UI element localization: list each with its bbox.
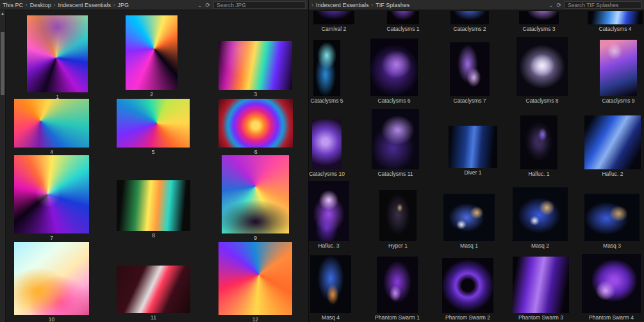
- thumbnail-art: [379, 190, 417, 241]
- file-item-jpg-11[interactable]: 11: [117, 266, 190, 321]
- thumbnail-art: [582, 254, 641, 313]
- thumbnail: [513, 187, 568, 241]
- thumbnail: [117, 99, 190, 148]
- left-scrollbar[interactable]: ▲: [0, 10, 6, 322]
- thumbnail-art: [222, 155, 289, 233]
- thumbnail-art: [126, 15, 178, 90]
- scroll-up-icon[interactable]: ▲: [0, 10, 5, 17]
- breadcrumb-item-jpg[interactable]: JPG: [118, 2, 129, 8]
- file-item-masq-1[interactable]: Masq 1: [443, 194, 495, 249]
- thumbnail: [14, 155, 89, 233]
- thumbnail: [312, 119, 342, 169]
- thumbnail-art: [449, 126, 497, 168]
- file-item-cataclysms-6[interactable]: Cataclysms 6: [370, 38, 418, 104]
- file-label: Cataclysms 6: [377, 97, 410, 104]
- breadcrumb-item-tif-splashes[interactable]: TIF Splashes: [376, 2, 409, 8]
- file-item-halluc-3[interactable]: Halluc. 3: [308, 181, 349, 249]
- thumbnail: [126, 15, 178, 90]
- file-item-cataclysms-9[interactable]: Cataclysms 9: [600, 40, 637, 104]
- thumbnail: [219, 99, 293, 148]
- file-item-phantom-swarm-2[interactable]: Phantom Swarm 2: [442, 258, 493, 321]
- file-item-cataclysms-10[interactable]: Cataclysms 10: [312, 119, 342, 177]
- thumbnail-art: [513, 187, 568, 241]
- breadcrumb-item-desktop[interactable]: Desktop: [30, 2, 51, 8]
- file-item-cataclysms-1[interactable]: Cataclysms 1: [387, 11, 419, 32]
- thumbnail: [443, 194, 495, 241]
- breadcrumb-chevron-icon: ›: [311, 2, 313, 8]
- file-item-jpg-3[interactable]: 3: [219, 41, 292, 97]
- refresh-icon[interactable]: ⟳: [556, 2, 561, 8]
- file-item-jpg-10[interactable]: 10: [14, 242, 89, 322]
- file-item-cataclysms-8[interactable]: Cataclysms 8: [516, 37, 568, 104]
- file-item-jpg-12[interactable]: 12: [219, 242, 292, 322]
- file-item-jpg-9[interactable]: 9: [222, 155, 289, 241]
- file-item-jpg-7[interactable]: 7: [14, 155, 89, 241]
- file-item-jpg-1[interactable]: 1: [27, 15, 88, 100]
- file-label: 2: [150, 91, 153, 97]
- file-label: Masq 3: [603, 242, 621, 249]
- thumbnail-art: [442, 258, 493, 313]
- thumbnail: [27, 15, 88, 92]
- file-item-cataclysms-5[interactable]: Cataclysms 5: [313, 40, 340, 104]
- chevron-down-icon[interactable]: ⌄: [549, 2, 554, 8]
- file-item-halluc-2[interactable]: Halluc. 2: [584, 115, 641, 177]
- thumbnail: [313, 11, 354, 24]
- file-label: Hyper 1: [388, 242, 408, 249]
- file-item-cataclysms-3[interactable]: Cataclysms 3: [519, 11, 559, 32]
- file-label: Cataclysms 2: [453, 26, 486, 32]
- chevron-down-icon[interactable]: ⌄: [197, 2, 202, 8]
- file-label: Cataclysms 3: [522, 26, 555, 32]
- file-label: Cataclysms 1: [386, 26, 419, 32]
- thumbnail-art: [313, 11, 354, 24]
- thumbnail: [449, 126, 497, 168]
- thumbnail: [372, 109, 419, 169]
- file-item-phantom-swarm-1[interactable]: Phantom Swarm 1: [377, 257, 418, 321]
- thumbnail-art: [14, 99, 89, 148]
- breadcrumb-item-iridescent-essentials[interactable]: Iridescent Essentials: [316, 2, 369, 8]
- file-item-diver-1[interactable]: Diver 1: [449, 126, 497, 176]
- file-item-cataclysms-11[interactable]: Cataclysms 11: [372, 109, 419, 177]
- thumbnail: [582, 254, 641, 313]
- thumbnail-art: [584, 115, 641, 169]
- search-input-tif-splashes[interactable]: [565, 1, 641, 9]
- breadcrumb-item-this-pc[interactable]: This PC: [3, 2, 23, 8]
- file-item-jpg-2[interactable]: 2: [126, 15, 178, 97]
- file-item-carnival-2[interactable]: Carnival 2: [313, 11, 354, 32]
- refresh-icon[interactable]: ⟳: [205, 2, 210, 8]
- file-item-halluc-1[interactable]: Halluc. 1: [520, 115, 557, 177]
- file-item-masq-4[interactable]: Masq 4: [310, 255, 351, 321]
- file-item-phantom-swarm-3[interactable]: Phantom Swarm 3: [513, 257, 569, 321]
- file-item-cataclysms-2[interactable]: Cataclysms 2: [450, 11, 489, 32]
- thumbnail-art: [117, 266, 190, 313]
- file-item-jpg-6[interactable]: 6: [219, 99, 293, 155]
- file-label: Carnival 2: [322, 26, 346, 32]
- file-label: Cataclysms 10: [309, 171, 345, 177]
- search-input-jpg[interactable]: [213, 1, 306, 9]
- file-label: 6: [254, 149, 258, 155]
- thumbnail-art: [584, 194, 640, 241]
- thumbnail-art: [377, 257, 418, 313]
- file-item-hyper-1[interactable]: Hyper 1: [379, 190, 417, 249]
- thumbnail: [600, 40, 637, 96]
- breadcrumb-separator-icon: ›: [113, 2, 115, 8]
- scrollbar-thumb[interactable]: [1, 32, 4, 95]
- file-item-masq-2[interactable]: Masq 2: [513, 187, 568, 249]
- file-label: 10: [49, 316, 54, 322]
- thumbnail: [14, 242, 89, 315]
- file-label: Masq 1: [460, 242, 478, 249]
- file-label: 4: [50, 149, 53, 155]
- file-item-phantom-swarm-4[interactable]: Phantom Swarm 4: [582, 254, 641, 321]
- breadcrumb-item-iridescent-essentials[interactable]: Iridescent Essentials: [58, 2, 111, 8]
- thumbnail: [450, 11, 489, 24]
- file-item-jpg-5[interactable]: 5: [117, 99, 190, 155]
- thumbnail: [219, 242, 292, 315]
- file-item-masq-3[interactable]: Masq 3: [584, 194, 640, 249]
- thumbnail-art: [27, 15, 88, 92]
- file-item-cataclysms-4[interactable]: Cataclysms 4: [588, 11, 643, 32]
- file-label: Halluc. 2: [602, 171, 623, 177]
- file-item-jpg-4[interactable]: 4: [14, 99, 89, 155]
- thumbnail-art: [219, 41, 292, 90]
- file-item-cataclysms-7[interactable]: Cataclysms 7: [450, 42, 490, 104]
- thumbnail: [14, 99, 89, 148]
- file-item-jpg-8[interactable]: 8: [117, 180, 190, 239]
